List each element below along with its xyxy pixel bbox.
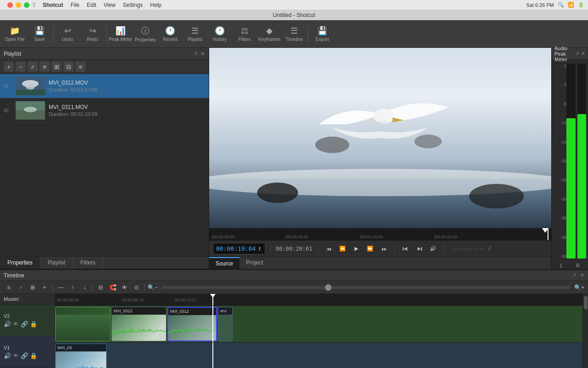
playlist-close-icon[interactable]: ✕	[200, 51, 205, 57]
timeline-lift-button[interactable]: ↑	[16, 283, 26, 292]
timeline-ripple-button[interactable]: ⊞	[28, 283, 38, 292]
tab-properties[interactable]: Properties	[0, 257, 40, 269]
v1-lock-icon[interactable]: 🔗	[21, 352, 28, 359]
timeline-snap-button[interactable]: 🧲	[108, 283, 118, 292]
timeline-button[interactable]: ☰ Timeline	[282, 22, 306, 46]
menu-edit[interactable]: Edit	[87, 2, 97, 8]
goto-start-button[interactable]: ⏮	[324, 244, 334, 254]
undo-button[interactable]: ↩ Undo	[56, 22, 80, 46]
timeline-zoom-out-button[interactable]: 🔍−	[148, 283, 158, 292]
menu-file[interactable]: File	[70, 2, 79, 8]
v2-audio-icon[interactable]: 🔊	[4, 321, 11, 328]
tab-source[interactable]: Source	[209, 257, 240, 269]
playlist-item-2[interactable]: #2 MVI_0311.MOV Duration: 00:01:33:09	[0, 98, 209, 123]
minimize-button[interactable]	[16, 2, 21, 8]
app-name[interactable]: Shotcut	[43, 2, 63, 8]
toggle-in-button[interactable]	[400, 244, 411, 254]
playlist-title: Playlist	[4, 51, 21, 57]
v2-eye-icon[interactable]: 👁	[13, 321, 19, 328]
timeline-overwrite-button[interactable]: ↓	[80, 283, 90, 292]
menu-settings[interactable]: Settings	[123, 2, 143, 8]
ruler-mark-2: |00:00:10:00	[360, 235, 383, 239]
timeline-float-icon[interactable]: ↗	[572, 272, 576, 278]
v1-mute-icon[interactable]: 🔒	[30, 352, 37, 359]
timeline-zoom-handle[interactable]	[325, 284, 331, 291]
track-v2-clip-1[interactable]: MVI_0312	[111, 307, 166, 341]
apm-scale-5: -5	[554, 102, 566, 106]
track-v2-clip-3[interactable]: MVI	[218, 307, 233, 341]
menu-help[interactable]: Help	[150, 2, 162, 8]
toggle-out-button[interactable]	[414, 244, 424, 254]
next-frame-button[interactable]: ⏩	[365, 244, 375, 254]
play-button[interactable]: ▶	[351, 244, 361, 254]
export-button[interactable]: 💾 Export	[310, 22, 334, 46]
timecode-stepper[interactable]: ⬆	[257, 244, 262, 253]
menu-search-icon[interactable]: 🔍	[558, 2, 564, 8]
bottom-tabs: Properties Playlist Filters	[0, 256, 209, 269]
tab-filters[interactable]: Filters	[73, 257, 103, 269]
timeline-menu-button[interactable]: ≡	[4, 283, 14, 292]
playlist-list-view-button[interactable]: ≡	[40, 62, 50, 72]
recent-button[interactable]: 🕐 Recent	[158, 22, 182, 46]
playlist-float-icon[interactable]: ↗	[193, 51, 198, 57]
apm-close-icon[interactable]: ✕	[581, 51, 585, 57]
maximize-button[interactable]	[24, 2, 29, 8]
apm-label-l: L	[560, 263, 563, 268]
apm-float-icon[interactable]: ↗	[575, 51, 579, 57]
timeline-clip-button[interactable]: +	[40, 283, 50, 292]
apm-scale-50: -50	[554, 254, 566, 259]
apm-label-r: R	[576, 263, 579, 268]
track-v2-clip-bg[interactable]	[55, 307, 110, 341]
timeline-track-button[interactable]: ⊟	[96, 283, 106, 292]
svg-point-12	[414, 135, 442, 149]
playlist-button[interactable]: ☰ Playlist	[183, 22, 207, 46]
track-v2-clip-2-selected[interactable]: MVI_0312	[167, 307, 217, 341]
preview-playhead	[542, 228, 548, 233]
history-button[interactable]: 🕐 History	[208, 22, 232, 46]
close-button[interactable]	[7, 2, 13, 8]
v2-mute-icon[interactable]: 🔒	[30, 321, 37, 328]
svg-rect-17	[421, 247, 422, 251]
prev-frame-button[interactable]: ⏪	[337, 244, 348, 254]
goto-end-button[interactable]: ⏭	[379, 244, 389, 254]
save-button[interactable]: 💾 Save	[28, 22, 51, 46]
playlist-add-button[interactable]: +	[4, 62, 14, 72]
properties-button[interactable]: ⓘ Properties	[133, 22, 157, 46]
apm-meters	[566, 62, 586, 260]
keyframes-button[interactable]: ◆ Keyframes	[257, 22, 281, 46]
playlist-icon: ☰	[191, 26, 199, 36]
playlist-detail-view-button[interactable]: ⊟	[63, 62, 74, 72]
v2-lock-icon[interactable]: 🔗	[21, 321, 28, 328]
open-file-button[interactable]: 📁 Open File	[3, 22, 27, 46]
svg-marker-18	[417, 247, 421, 251]
peak-meter-button[interactable]: 📊 Peak Meter	[108, 22, 132, 46]
timeline-scrollbar-y[interactable]	[582, 294, 588, 368]
timeline-close-icon[interactable]: ✕	[580, 272, 584, 278]
v1-audio-icon[interactable]: 🔊	[4, 352, 11, 359]
timeline-ripple-mode[interactable]: ⊙	[131, 283, 142, 292]
ruler-t1: 00:00:06:15	[122, 298, 144, 302]
svg-rect-15	[403, 247, 404, 251]
tab-project[interactable]: Project	[240, 257, 269, 269]
open-file-icon: 📁	[10, 26, 20, 36]
timeline-ripple-trim-button[interactable]: ↑	[68, 283, 78, 292]
filters-button[interactable]: ⚖ Filters	[233, 22, 257, 46]
history-icon: 🕐	[215, 26, 225, 36]
playlist-remove-button[interactable]: −	[16, 62, 26, 72]
playlist-item-1[interactable]: #1 MVI_0312.MOV Duration: 00:03:57:09	[0, 74, 209, 98]
playlist-grid-view-button[interactable]: ⊞	[51, 62, 62, 72]
menu-view[interactable]: View	[103, 2, 115, 8]
v1-eye-icon[interactable]: 👁	[13, 352, 19, 359]
tab-playlist[interactable]: Playlist	[40, 257, 73, 269]
track-v1-clip-1[interactable]: MVI_03	[55, 344, 107, 368]
redo-button[interactable]: ↪ Redo	[80, 22, 104, 46]
playlist-menu-button[interactable]: ≡	[75, 62, 86, 72]
timecode-display[interactable]: 00:00:19:04 ⬆	[213, 243, 265, 254]
timeline-preview-button[interactable]: 👁	[120, 283, 130, 292]
timeline-zoom-bar[interactable]	[161, 286, 571, 289]
timeline-zoom-in-button[interactable]: 🔍+	[574, 283, 584, 292]
scrollbar-thumb[interactable]	[584, 296, 588, 310]
volume-button[interactable]: 🔊	[428, 244, 438, 254]
playlist-confirm-button[interactable]: ✓	[28, 62, 38, 72]
timeline-trim-button[interactable]: —	[56, 283, 66, 292]
